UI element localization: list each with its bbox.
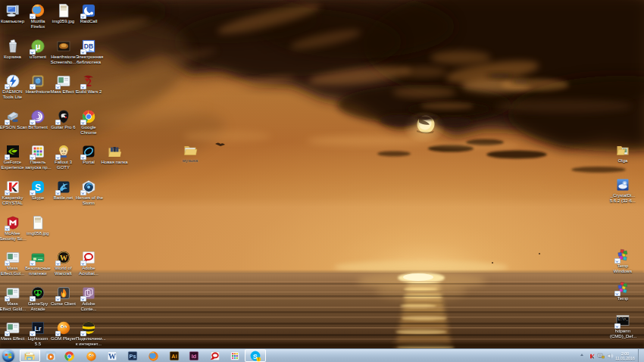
svg-text:Ps: Ps [130,353,136,360]
svg-text:W: W [108,352,115,360]
svg-text:S: S [35,183,41,193]
svg-text:Ai: Ai [171,353,177,360]
svg-text:C:\>_: C:\>_ [618,317,629,321]
svg-text:Lr: Lr [35,325,42,332]
svg-text:Id: Id [191,353,196,360]
svg-text:µ: µ [36,42,41,51]
